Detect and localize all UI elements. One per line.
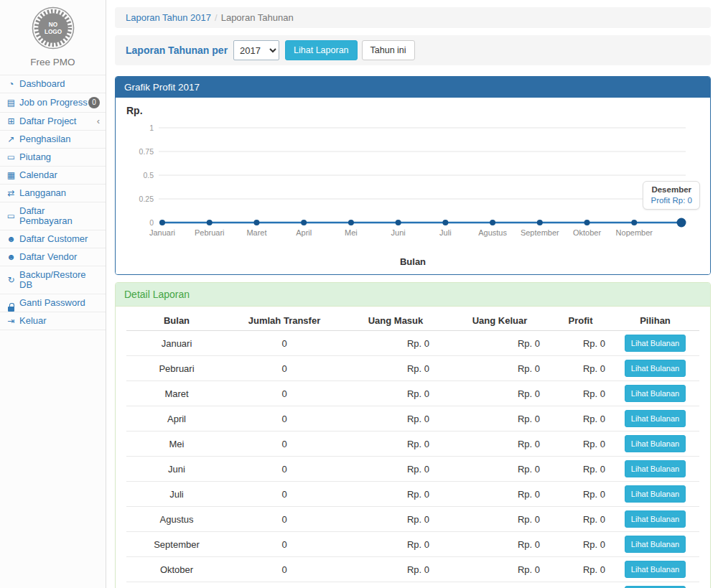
sidebar-item-penghasilan[interactable]: ↗Penghasilan	[0, 131, 106, 149]
data-point-oktober[interactable]	[584, 220, 590, 225]
column-header-bulan: Bulan	[126, 311, 227, 331]
data-point-agustus[interactable]	[490, 220, 495, 225]
breadcrumb-separator: /	[215, 12, 218, 23]
data-point-mei[interactable]	[348, 220, 354, 225]
refresh-icon: ↻	[5, 275, 17, 285]
sidebar-item-daftar-customer[interactable]: ☻Daftar Customer	[0, 230, 106, 248]
cell-uang-keluar: Rp. 0	[449, 482, 550, 507]
x-tick-label: Mei	[345, 228, 358, 237]
main-area: Laporan Tahun 2017/Laporan Tahunan Lapor…	[107, 0, 718, 588]
column-header-uang-masuk: Uang Masuk	[342, 311, 449, 331]
cell-uang-keluar: Rp. 0	[449, 557, 550, 582]
toolbar-label: Laporan Tahunan per	[126, 45, 228, 56]
exchange-icon: ⇄	[5, 188, 17, 198]
dashboard-icon: ◔	[5, 79, 17, 89]
lihat-bulanan-button[interactable]: Lihat Bulanan	[625, 435, 686, 452]
lihat-bulanan-button[interactable]: Lihat Bulanan	[625, 360, 686, 377]
breadcrumb-link[interactable]: Laporan Tahun 2017	[126, 12, 211, 23]
calendar-icon: ▦	[5, 170, 17, 180]
data-point-pebruari[interactable]	[207, 220, 213, 225]
data-point-januari[interactable]	[159, 220, 165, 225]
sidebar-item-keluar[interactable]: ⇥Keluar	[0, 312, 106, 330]
cell-profit: Rp. 0	[550, 507, 611, 532]
data-point-maret[interactable]	[253, 220, 259, 225]
cell-uang-masuk: Rp. 0	[342, 381, 449, 406]
cell-profit: Rp. 0	[550, 557, 611, 582]
table-row: Juni0Rp. 0Rp. 0Rp. 0Lihat Bulanan	[126, 457, 699, 482]
lihat-bulanan-button[interactable]: Lihat Bulanan	[625, 410, 686, 427]
cell-uang-masuk: Rp. 0	[342, 507, 449, 532]
table-icon: ⊞	[5, 116, 17, 126]
lihat-bulanan-button[interactable]: Lihat Bulanan	[625, 485, 686, 503]
sidebar-item-backup-restore-db[interactable]: ↻Backup/Restore DB	[0, 266, 106, 294]
data-point-juni[interactable]	[396, 220, 401, 225]
tahun-ini-button[interactable]: Tahun ini	[362, 40, 415, 60]
table-body: Januari0Rp. 0Rp. 0Rp. 0Lihat BulananPebr…	[126, 331, 699, 588]
app-window: NO LOGO Free PMO ◔Dashboard▤Job on Progr…	[0, 0, 718, 588]
sidebar-item-langganan[interactable]: ⇄Langganan	[0, 185, 106, 202]
users-icon: ☻	[5, 252, 17, 262]
y-tick-label: 0.25	[139, 195, 154, 203]
sidebar-item-daftar-project[interactable]: ⊞Daftar Project‹	[0, 113, 106, 131]
table-row: April0Rp. 0Rp. 0Rp. 0Lihat Bulanan	[126, 406, 699, 431]
data-point-juli[interactable]	[442, 220, 448, 225]
x-tick-label: Januari	[149, 228, 175, 237]
lihat-bulanan-button[interactable]: Lihat Bulanan	[625, 335, 686, 352]
sidebar-item-label: Daftar Project	[19, 116, 76, 126]
sidebar-item-job-on-progress[interactable]: ▤Job on Progress0	[0, 93, 106, 113]
sidebar-item-daftar-vendor[interactable]: ☻Daftar Vendor	[0, 248, 106, 266]
cell-bulan: Oktober	[126, 557, 227, 582]
y-tick-label: 0	[149, 218, 154, 227]
cell-uang-masuk: Rp. 0	[342, 557, 449, 582]
cell-pilihan: Lihat Bulanan	[611, 507, 699, 532]
cell-bulan: Nopember	[126, 582, 227, 588]
table-header-row: BulanJumlah TransferUang MasukUang Kelua…	[126, 311, 699, 331]
table-row: Nopember0Rp. 0Rp. 0Rp. 0Lihat Bulanan	[126, 582, 699, 588]
cell-jumlah-transfer: 0	[227, 532, 342, 557]
sidebar-item-label: Daftar Vendor	[19, 252, 77, 262]
logo-box: NO LOGO Free PMO	[0, 0, 106, 75]
lihat-bulanan-button[interactable]: Lihat Bulanan	[625, 460, 686, 477]
cell-jumlah-transfer: 0	[227, 557, 342, 582]
cell-uang-keluar: Rp. 0	[449, 431, 550, 457]
lihat-bulanan-button[interactable]: Lihat Bulanan	[625, 385, 686, 402]
table-row: Oktober0Rp. 0Rp. 0Rp. 0Lihat Bulanan	[126, 557, 699, 582]
chart-panel-title: Grafik Profit 2017	[116, 77, 710, 98]
sidebar-item-dashboard[interactable]: ◔Dashboard	[0, 75, 106, 93]
cell-jumlah-transfer: 0	[227, 356, 342, 381]
sidebar-item-daftar-pembayaran[interactable]: ▭Daftar Pembayaran	[0, 202, 106, 230]
profit-chart-panel: Grafik Profit 2017 Rp. 00.250.50.751Janu…	[115, 76, 711, 275]
cell-bulan: Juli	[126, 482, 227, 507]
svg-text:LOGO: LOGO	[44, 29, 62, 35]
cell-profit: Rp. 0	[550, 582, 611, 588]
cell-profit: Rp. 0	[550, 331, 611, 356]
lihat-bulanan-button[interactable]: Lihat Bulanan	[625, 561, 686, 578]
breadcrumb: Laporan Tahun 2017/Laporan Tahunan	[115, 7, 711, 28]
y-tick-label: 0.75	[139, 147, 154, 156]
cell-uang-keluar: Rp. 0	[449, 356, 550, 381]
cell-uang-keluar: Rp. 0	[449, 406, 550, 431]
data-point-april[interactable]	[301, 220, 307, 225]
year-select[interactable]: 2017	[233, 40, 279, 60]
data-point-nopember[interactable]	[631, 220, 637, 225]
lihat-bulanan-button[interactable]: Lihat Bulanan	[625, 536, 686, 553]
lihat-bulanan-button[interactable]: Lihat Bulanan	[625, 510, 686, 528]
tooltip-profit: Profit Rp: 0	[651, 196, 692, 205]
money-icon: ▭	[5, 152, 17, 162]
cell-bulan: Maret	[126, 381, 227, 406]
cell-uang-masuk: Rp. 0	[342, 406, 449, 431]
column-header-pilihan: Pilihan	[611, 311, 699, 331]
report-toolbar: Laporan Tahunan per 2017 Lihat Laporan T…	[115, 35, 711, 65]
money-icon: ▭	[5, 211, 17, 221]
breadcrumb-current: Laporan Tahunan	[221, 12, 294, 23]
data-point-september[interactable]	[537, 220, 543, 225]
lihat-laporan-button[interactable]: Lihat Laporan	[285, 40, 357, 60]
data-point-desember[interactable]	[677, 218, 686, 228]
cell-jumlah-transfer: 0	[227, 381, 342, 406]
sidebar-item-calendar[interactable]: ▦Calendar	[0, 167, 106, 185]
sidebar-item-ganti-password[interactable]: Ganti Password	[0, 294, 106, 312]
sidebar-item-piutang[interactable]: ▭Piutang	[0, 149, 106, 167]
cell-uang-masuk: Rp. 0	[342, 482, 449, 507]
column-header-profit: Profit	[550, 311, 611, 331]
cell-bulan: Juni	[126, 457, 227, 482]
